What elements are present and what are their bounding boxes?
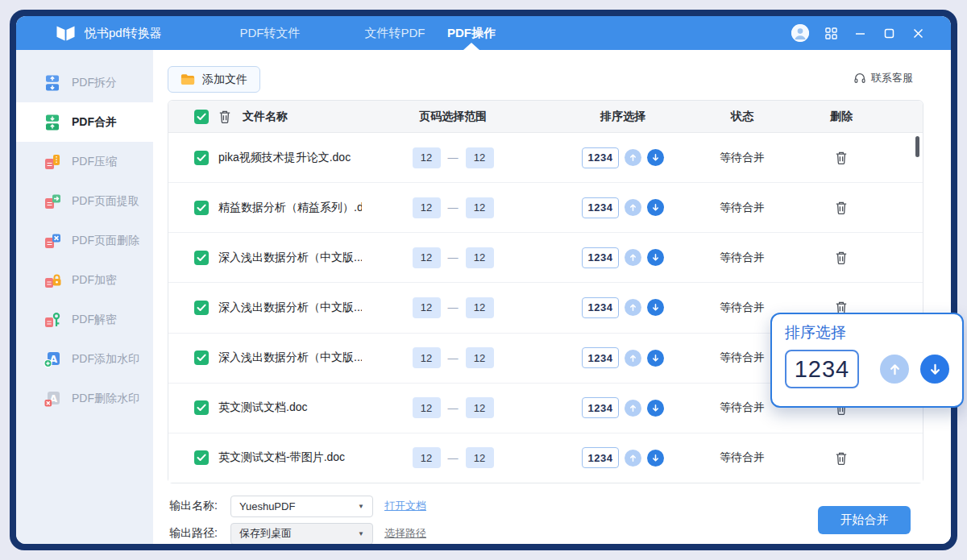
sidebar-item-pdf-decrypt[interactable]: PDF解密 [16, 300, 153, 339]
delete-row-icon[interactable] [835, 151, 848, 164]
range-dash: — [448, 301, 459, 313]
sidebar-item-pdf-encrypt[interactable]: PDF加密 [16, 260, 153, 300]
close-icon[interactable] [911, 26, 925, 40]
range-dash: — [448, 352, 459, 364]
output-name-select[interactable]: YueshuPDF ▼ [230, 496, 373, 517]
sort-order-input[interactable]: 1234 [582, 247, 619, 268]
page-from-input[interactable]: 12 [413, 147, 441, 168]
move-up-button[interactable] [625, 299, 641, 316]
status-text: 等待合并 [702, 151, 782, 165]
file-name: 英文测试文档.doc [218, 400, 362, 415]
output-path-select[interactable]: 保存到桌面 ▼ [230, 523, 373, 545]
tab-file-to-pdf[interactable]: 文件转PDF [365, 16, 425, 50]
row-checkbox[interactable] [194, 450, 209, 465]
move-up-button[interactable] [625, 450, 641, 467]
row-checkbox[interactable] [194, 201, 209, 215]
move-down-button[interactable] [647, 249, 664, 266]
page-to-input[interactable]: 12 [466, 347, 494, 368]
minimize-icon[interactable] [853, 26, 867, 40]
page-to-input[interactable]: 12 [466, 197, 494, 218]
page-from-input[interactable]: 12 [413, 347, 441, 368]
titlebar: 悦书pdf转换器 PDF转文件 文件转PDF PDF操作 [16, 16, 951, 50]
page-from-input[interactable]: 12 [413, 397, 441, 418]
sidebar-item-pdf-compress[interactable]: PDF压缩 [16, 142, 153, 181]
move-up-button[interactable] [625, 249, 641, 266]
page-to-input[interactable]: 12 [466, 297, 494, 318]
maximize-icon[interactable] [882, 26, 896, 40]
apps-grid-icon[interactable] [824, 26, 838, 40]
sort-order-input[interactable]: 1234 [582, 147, 619, 168]
move-down-button[interactable] [647, 199, 664, 216]
file-table: 文件名称 页码选择范围 排序选择 状态 删除 pika视频技术提升论文.do [168, 100, 923, 483]
sort-order-input[interactable]: 1234 [582, 297, 619, 318]
file-name: 精益数据分析（精益系列）.docx [218, 201, 362, 215]
chevron-down-icon: ▼ [358, 530, 364, 537]
move-up-button[interactable] [625, 149, 641, 166]
choose-path-link[interactable]: 选择路径 [384, 526, 426, 541]
status-text: 等待合并 [702, 251, 782, 265]
pdf-page-delete-icon [44, 232, 61, 250]
sort-order-input[interactable]: 1234 [582, 347, 619, 368]
sidebar-item-pdf-remove-watermark[interactable]: A PDF删除水印 [16, 379, 153, 418]
move-up-button[interactable] [625, 199, 641, 216]
page-to-input[interactable]: 12 [466, 247, 494, 268]
move-down-button[interactable] [647, 299, 664, 316]
move-down-button[interactable] [647, 350, 664, 367]
move-down-button[interactable] [647, 400, 664, 417]
user-avatar[interactable] [791, 24, 809, 42]
sort-popup-move-down-button[interactable] [920, 355, 949, 384]
sort-popup-move-up-button[interactable] [880, 355, 909, 384]
sidebar-item-pdf-merge[interactable]: PDF合并 [16, 102, 153, 142]
sidebar-item-label: PDF加密 [72, 273, 117, 288]
page-to-input[interactable]: 12 [466, 397, 494, 418]
page-from-input[interactable]: 12 [413, 247, 441, 268]
table-body: pika视频技术提升论文.doc 12 — 12 1234 [168, 133, 923, 483]
page-from-input[interactable]: 12 [413, 297, 441, 318]
status-text: 等待合并 [702, 450, 782, 465]
delete-row-icon[interactable] [835, 251, 848, 264]
contact-support-label: 联系客服 [871, 71, 913, 85]
file-name: 英文测试文档-带图片.doc [218, 450, 362, 465]
delete-selected-icon[interactable] [218, 110, 231, 123]
page-from-input[interactable]: 12 [413, 447, 441, 468]
table-header: 文件名称 页码选择范围 排序选择 状态 删除 [168, 101, 923, 133]
pdf-encrypt-icon [44, 272, 61, 289]
tab-pdf-to-file[interactable]: PDF转文件 [240, 16, 301, 50]
table-row: 英文测试文档-带图片.doc 12 — 12 1234 [168, 433, 923, 483]
move-up-button[interactable] [625, 400, 641, 417]
header-status: 状态 [702, 110, 782, 124]
select-all-checkbox[interactable] [194, 110, 209, 124]
pdf-merge-icon [44, 114, 61, 131]
sort-order-input[interactable]: 1234 [582, 397, 619, 418]
sidebar-item-pdf-page-delete[interactable]: PDF页面删除 [16, 221, 153, 260]
row-checkbox[interactable] [194, 400, 209, 415]
table-scrollbar-thumb[interactable] [915, 136, 919, 157]
row-checkbox[interactable] [194, 351, 209, 365]
move-up-button[interactable] [625, 350, 641, 367]
app-body: PDF拆分 PDF合并 [16, 50, 951, 544]
sort-order-input[interactable]: 1234 [582, 447, 619, 468]
open-document-link[interactable]: 打开文档 [384, 499, 426, 513]
add-files-button[interactable]: 添加文件 [168, 66, 260, 93]
page-from-input[interactable]: 12 [413, 197, 441, 218]
row-checkbox[interactable] [194, 251, 209, 265]
row-checkbox[interactable] [194, 151, 209, 165]
sort-popup-title: 排序选择 [785, 322, 949, 343]
sidebar-item-pdf-add-watermark[interactable]: A PDF添加水印 [16, 339, 153, 379]
brand: 悦书pdf转换器 [55, 16, 162, 50]
row-checkbox[interactable] [194, 301, 209, 315]
sidebar-item-pdf-extract[interactable]: PDF页面提取 [16, 181, 153, 221]
page-to-input[interactable]: 12 [466, 147, 494, 168]
start-merge-button[interactable]: 开始合并 [818, 506, 911, 534]
sidebar-item-pdf-split[interactable]: PDF拆分 [16, 63, 153, 102]
contact-support[interactable]: 联系客服 [853, 71, 913, 85]
move-down-button[interactable] [647, 149, 664, 166]
move-down-button[interactable] [647, 450, 664, 467]
sort-popup-input[interactable]: 1234 [785, 350, 859, 388]
delete-row-icon[interactable] [835, 201, 848, 214]
sort-order-input[interactable]: 1234 [582, 197, 619, 218]
table-row: 深入浅出数据分析（中文版... 12 — 12 1234 [168, 233, 923, 283]
titlebar-actions [791, 16, 925, 50]
delete-row-icon[interactable] [835, 451, 848, 465]
page-to-input[interactable]: 12 [466, 447, 494, 468]
